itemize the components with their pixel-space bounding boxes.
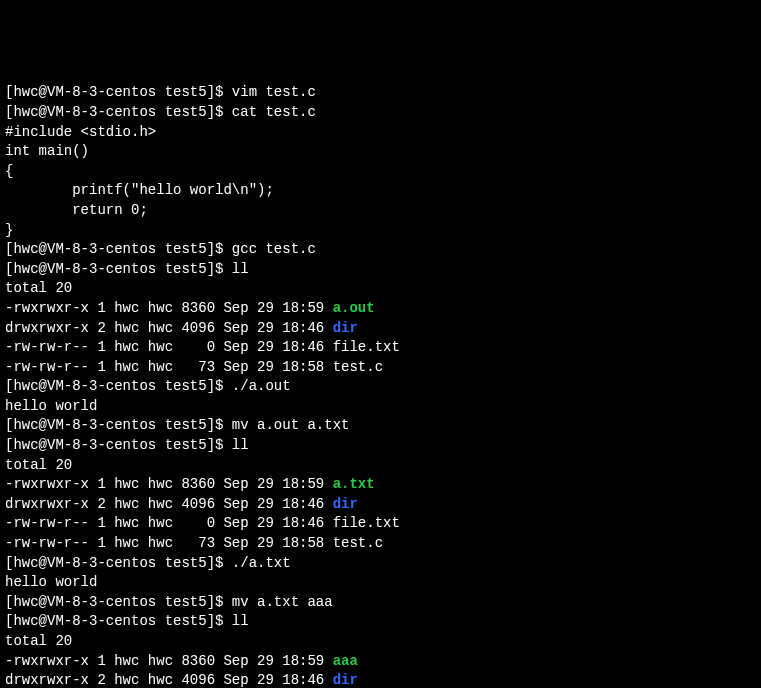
shell-prompt: [hwc@VM-8-3-centos test5]$ — [5, 104, 232, 120]
terminal-line: -rw-rw-r-- 1 hwc hwc 0 Sep 29 18:46 file… — [5, 514, 756, 534]
command-text: ll — [232, 261, 249, 277]
ls-filename: test.c — [333, 359, 383, 375]
terminal-line: total 20 — [5, 279, 756, 299]
terminal-line: -rw-rw-r-- 1 hwc hwc 73 Sep 29 18:58 tes… — [5, 358, 756, 378]
shell-prompt: [hwc@VM-8-3-centos test5]$ — [5, 84, 232, 100]
terminal-line: return 0; — [5, 201, 756, 221]
terminal-line: [hwc@VM-8-3-centos test5]$ vim test.c — [5, 83, 756, 103]
output-text: hello world — [5, 398, 97, 414]
ls-details: -rw-rw-r-- 1 hwc hwc 0 Sep 29 18:46 — [5, 515, 333, 531]
output-text: hello world — [5, 574, 97, 590]
ls-filename: test.c — [333, 535, 383, 551]
ls-details: -rwxrwxr-x 1 hwc hwc 8360 Sep 29 18:59 — [5, 476, 333, 492]
output-text: total 20 — [5, 280, 72, 296]
ls-details: -rw-rw-r-- 1 hwc hwc 73 Sep 29 18:58 — [5, 359, 333, 375]
terminal-line: { — [5, 162, 756, 182]
shell-prompt: [hwc@VM-8-3-centos test5]$ — [5, 555, 232, 571]
command-text: ./a.txt — [232, 555, 291, 571]
ls-details: drwxrwxr-x 2 hwc hwc 4096 Sep 29 18:46 — [5, 320, 333, 336]
ls-filename: dir — [333, 672, 358, 688]
shell-prompt: [hwc@VM-8-3-centos test5]$ — [5, 437, 232, 453]
command-text: vim test.c — [232, 84, 316, 100]
terminal-line: hello world — [5, 397, 756, 417]
terminal-line: [hwc@VM-8-3-centos test5]$ mv a.out a.tx… — [5, 416, 756, 436]
ls-filename: a.txt — [333, 476, 375, 492]
ls-filename: a.out — [333, 300, 375, 316]
terminal-line: } — [5, 221, 756, 241]
ls-details: drwxrwxr-x 2 hwc hwc 4096 Sep 29 18:46 — [5, 496, 333, 512]
ls-details: drwxrwxr-x 2 hwc hwc 4096 Sep 29 18:46 — [5, 672, 333, 688]
terminal-line: -rwxrwxr-x 1 hwc hwc 8360 Sep 29 18:59 a… — [5, 652, 756, 672]
shell-prompt: [hwc@VM-8-3-centos test5]$ — [5, 241, 232, 257]
terminal-line: -rwxrwxr-x 1 hwc hwc 8360 Sep 29 18:59 a… — [5, 475, 756, 495]
output-text: int main() — [5, 143, 89, 159]
command-text: gcc test.c — [232, 241, 316, 257]
command-text: ll — [232, 437, 249, 453]
terminal-line: [hwc@VM-8-3-centos test5]$ ll — [5, 436, 756, 456]
terminal-line: drwxrwxr-x 2 hwc hwc 4096 Sep 29 18:46 d… — [5, 319, 756, 339]
terminal-line: -rw-rw-r-- 1 hwc hwc 0 Sep 29 18:46 file… — [5, 338, 756, 358]
ls-filename: aaa — [333, 653, 358, 669]
command-text: ./a.out — [232, 378, 291, 394]
ls-filename: dir — [333, 496, 358, 512]
shell-prompt: [hwc@VM-8-3-centos test5]$ — [5, 378, 232, 394]
terminal-line: total 20 — [5, 456, 756, 476]
terminal-line: printf("hello world\n"); — [5, 181, 756, 201]
terminal-line: [hwc@VM-8-3-centos test5]$ ll — [5, 612, 756, 632]
terminal-line: [hwc@VM-8-3-centos test5]$ mv a.txt aaa — [5, 593, 756, 613]
terminal-line: total 20 — [5, 632, 756, 652]
command-text: cat test.c — [232, 104, 316, 120]
output-text: { — [5, 163, 13, 179]
terminal-line: -rw-rw-r-- 1 hwc hwc 73 Sep 29 18:58 tes… — [5, 534, 756, 554]
output-text: printf("hello world\n"); — [5, 182, 274, 198]
terminal-line: hello world — [5, 573, 756, 593]
output-text: total 20 — [5, 633, 72, 649]
output-text: return 0; — [5, 202, 148, 218]
output-text: } — [5, 222, 13, 238]
ls-details: -rwxrwxr-x 1 hwc hwc 8360 Sep 29 18:59 — [5, 300, 333, 316]
terminal-line: [hwc@VM-8-3-centos test5]$ cat test.c — [5, 103, 756, 123]
ls-details: -rwxrwxr-x 1 hwc hwc 8360 Sep 29 18:59 — [5, 653, 333, 669]
terminal-line: [hwc@VM-8-3-centos test5]$ ll — [5, 260, 756, 280]
command-text: mv a.out a.txt — [232, 417, 350, 433]
ls-details: -rw-rw-r-- 1 hwc hwc 73 Sep 29 18:58 — [5, 535, 333, 551]
terminal-line: [hwc@VM-8-3-centos test5]$ gcc test.c — [5, 240, 756, 260]
command-text: mv a.txt aaa — [232, 594, 333, 610]
ls-filename: file.txt — [333, 515, 400, 531]
terminal-line: -rwxrwxr-x 1 hwc hwc 8360 Sep 29 18:59 a… — [5, 299, 756, 319]
terminal-line: [hwc@VM-8-3-centos test5]$ ./a.out — [5, 377, 756, 397]
terminal-output[interactable]: [hwc@VM-8-3-centos test5]$ vim test.c[hw… — [5, 83, 756, 688]
output-text: #include <stdio.h> — [5, 124, 156, 140]
command-text: ll — [232, 613, 249, 629]
shell-prompt: [hwc@VM-8-3-centos test5]$ — [5, 261, 232, 277]
shell-prompt: [hwc@VM-8-3-centos test5]$ — [5, 417, 232, 433]
ls-details: -rw-rw-r-- 1 hwc hwc 0 Sep 29 18:46 — [5, 339, 333, 355]
terminal-line: drwxrwxr-x 2 hwc hwc 4096 Sep 29 18:46 d… — [5, 495, 756, 515]
terminal-line: [hwc@VM-8-3-centos test5]$ ./a.txt — [5, 554, 756, 574]
terminal-line: drwxrwxr-x 2 hwc hwc 4096 Sep 29 18:46 d… — [5, 671, 756, 688]
ls-filename: dir — [333, 320, 358, 336]
shell-prompt: [hwc@VM-8-3-centos test5]$ — [5, 613, 232, 629]
terminal-line: #include <stdio.h> — [5, 123, 756, 143]
terminal-line: int main() — [5, 142, 756, 162]
ls-filename: file.txt — [333, 339, 400, 355]
shell-prompt: [hwc@VM-8-3-centos test5]$ — [5, 594, 232, 610]
output-text: total 20 — [5, 457, 72, 473]
